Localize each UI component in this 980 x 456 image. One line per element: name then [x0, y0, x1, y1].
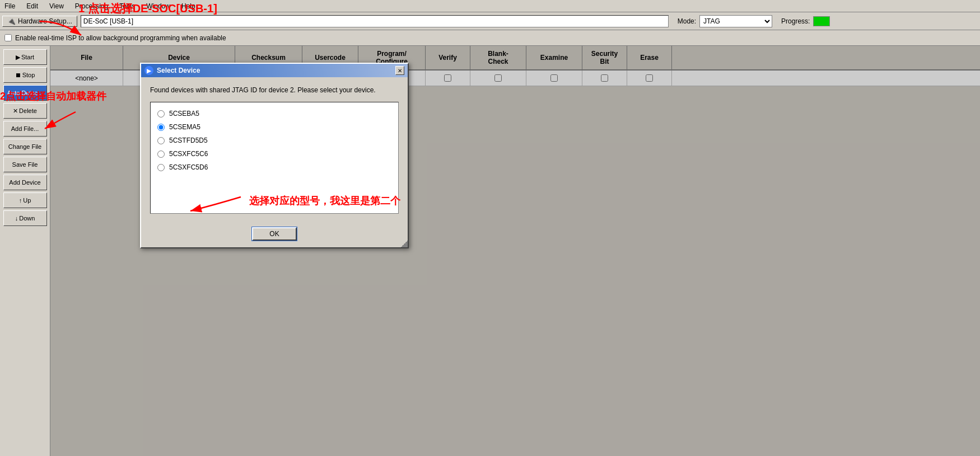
- modal-overlay: ▶ Select Device ✕ Found devices with sha…: [50, 46, 980, 456]
- radio-option-2[interactable]: 5CSEMA5: [155, 120, 394, 134]
- dialog-titlebar: ▶ Select Device ✕: [141, 64, 408, 77]
- progress-bar: [813, 16, 830, 26]
- dialog-options: 5CSEBA5 5CSEMA5 5CSTFD5D5 5CSXFC5C6: [150, 102, 399, 214]
- add-device-button[interactable]: Add Device: [3, 175, 47, 190]
- mode-select[interactable]: JTAG: [699, 15, 772, 27]
- radio-option-5[interactable]: 5CSXFC5D6: [155, 161, 394, 174]
- main-area: ▶ Start ⏹ Stop Auto Detec... ✕ Delete Ad…: [0, 46, 980, 456]
- menu-bar: File Edit View Processing Tools Window H…: [0, 0, 980, 12]
- up-icon: ↑: [19, 197, 22, 204]
- start-label: Start: [21, 54, 34, 60]
- toolbar: 🔌 Hardware Setup... Mode: JTAG Progress:: [0, 12, 980, 30]
- content-area: File Device Checksum Usercode Program/Co…: [50, 46, 980, 456]
- resize-handle[interactable]: [401, 241, 408, 247]
- down-label: Down: [19, 215, 35, 222]
- start-button[interactable]: ▶ Start: [3, 49, 47, 65]
- dialog-close-button[interactable]: ✕: [395, 66, 404, 75]
- radio-label-5csema5: 5CSEMA5: [169, 123, 200, 131]
- down-icon: ↓: [15, 215, 18, 222]
- up-label: Up: [23, 197, 31, 204]
- add-file-label: Add File...: [11, 125, 39, 132]
- radio-label-5csxfc5c6: 5CSXFC5C6: [169, 150, 208, 158]
- menu-file[interactable]: File: [2, 2, 17, 11]
- auto-detect-label: Auto Detec...: [7, 90, 43, 96]
- radio-label-5cseba5: 5CSEBA5: [169, 110, 199, 117]
- isp-checkbox[interactable]: [4, 34, 12, 41]
- save-file-label: Save File: [12, 161, 38, 168]
- menu-edit[interactable]: Edit: [24, 2, 40, 11]
- menu-window[interactable]: Window: [144, 2, 172, 11]
- dialog-footer: OK: [141, 223, 408, 247]
- isp-row: Enable real-time ISP to allow background…: [0, 30, 980, 46]
- add-device-label: Add Device: [9, 179, 40, 186]
- isp-label: Enable real-time ISP to allow background…: [15, 34, 226, 42]
- radio-option-4[interactable]: 5CSXFC5C6: [155, 147, 394, 161]
- radio-5csxfc5c6[interactable]: [157, 151, 165, 158]
- radio-5cstfd5d5[interactable]: [157, 137, 165, 144]
- select-device-dialog: ▶ Select Device ✕ Found devices with sha…: [140, 63, 409, 248]
- up-button[interactable]: ↑ Up: [3, 192, 47, 208]
- dialog-title: ▶ Select Device: [144, 66, 200, 75]
- radio-option-1[interactable]: 5CSEBA5: [155, 107, 394, 120]
- hw-setup-icon: 🔌: [7, 17, 16, 25]
- change-file-label: Change File: [8, 143, 41, 150]
- progress-label: Progress:: [781, 17, 810, 25]
- hardware-setup-button[interactable]: 🔌 Hardware Setup...: [2, 16, 77, 27]
- down-button[interactable]: ↓ Down: [3, 210, 47, 226]
- device-field[interactable]: [81, 15, 669, 27]
- delete-icon: ✕: [13, 107, 18, 115]
- menu-view[interactable]: View: [47, 2, 66, 11]
- ok-button[interactable]: OK: [252, 227, 297, 241]
- radio-5csxfc5d6[interactable]: [157, 164, 165, 171]
- radio-5csema5[interactable]: [157, 124, 165, 131]
- auto-detect-button[interactable]: Auto Detec...: [3, 85, 47, 101]
- start-icon: ▶: [16, 54, 20, 61]
- delete-label: Delete: [19, 107, 37, 114]
- stop-button[interactable]: ⏹ Stop: [3, 67, 47, 83]
- stop-icon: ⏹: [15, 72, 21, 78]
- change-file-button[interactable]: Change File: [3, 139, 47, 154]
- menu-processing[interactable]: Processing: [73, 2, 110, 11]
- delete-button[interactable]: ✕ Delete: [3, 103, 47, 119]
- dialog-icon: ▶: [144, 66, 153, 75]
- dialog-body: Found devices with shared JTAG ID for de…: [141, 77, 408, 223]
- sidebar: ▶ Start ⏹ Stop Auto Detec... ✕ Delete Ad…: [0, 46, 50, 456]
- add-file-button[interactable]: Add File...: [3, 121, 47, 137]
- radio-label-5cstfd5d5: 5CSTFD5D5: [169, 137, 208, 144]
- hw-setup-label: Hardware Setup...: [18, 17, 72, 25]
- dialog-title-text: Select Device: [157, 67, 200, 74]
- mode-label: Mode:: [678, 17, 696, 25]
- radio-label-5csxfc5d6: 5CSXFC5D6: [169, 163, 208, 171]
- dialog-message: Found devices with shared JTAG ID for de…: [150, 86, 399, 94]
- menu-help[interactable]: Help: [179, 2, 198, 11]
- menu-tools[interactable]: Tools: [117, 2, 137, 11]
- radio-5cseba5[interactable]: [157, 110, 165, 117]
- save-file-button[interactable]: Save File: [3, 157, 47, 172]
- stop-label: Stop: [22, 72, 35, 78]
- radio-option-3[interactable]: 5CSTFD5D5: [155, 134, 394, 147]
